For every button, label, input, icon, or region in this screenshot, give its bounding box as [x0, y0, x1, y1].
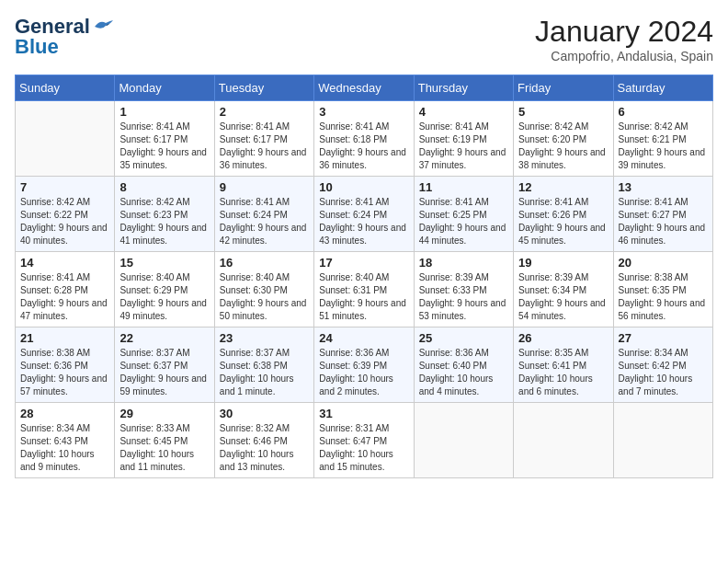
calendar-cell: 25Sunrise: 8:36 AMSunset: 6:40 PMDayligh… — [414, 327, 513, 403]
calendar-cell: 18Sunrise: 8:39 AMSunset: 6:33 PMDayligh… — [414, 252, 513, 327]
weekday-header-saturday: Saturday — [613, 75, 712, 101]
calendar-cell: 20Sunrise: 8:38 AMSunset: 6:35 PMDayligh… — [613, 252, 712, 327]
calendar-cell: 14Sunrise: 8:41 AMSunset: 6:28 PMDayligh… — [16, 252, 115, 327]
day-detail: Sunrise: 8:41 AMSunset: 6:17 PMDaylight:… — [119, 121, 209, 172]
calendar-cell: 3Sunrise: 8:41 AMSunset: 6:18 PMDaylight… — [314, 101, 414, 177]
day-number: 21 — [20, 331, 109, 345]
logo-blue-text: Blue — [15, 35, 59, 59]
day-detail: Sunrise: 8:31 AMSunset: 6:47 PMDaylight:… — [319, 422, 408, 474]
month-year-title: January 2024 — [535, 15, 713, 49]
day-detail: Sunrise: 8:40 AMSunset: 6:30 PMDaylight:… — [220, 271, 309, 323]
day-detail: Sunrise: 8:41 AMSunset: 6:24 PMDaylight:… — [220, 196, 309, 247]
weekday-header-thursday: Thursday — [414, 75, 513, 101]
calendar-cell: 15Sunrise: 8:40 AMSunset: 6:29 PMDayligh… — [115, 252, 214, 327]
calendar-cell: 31Sunrise: 8:31 AMSunset: 6:47 PMDayligh… — [314, 403, 414, 478]
title-block: January 2024 Campofrio, Andalusia, Spain — [535, 15, 713, 63]
calendar-cell: 5Sunrise: 8:42 AMSunset: 6:20 PMDaylight… — [514, 101, 613, 177]
calendar-cell: 26Sunrise: 8:35 AMSunset: 6:41 PMDayligh… — [514, 327, 613, 403]
day-detail: Sunrise: 8:37 AMSunset: 6:37 PMDaylight:… — [119, 347, 209, 398]
calendar-cell — [613, 403, 712, 478]
day-number: 31 — [319, 407, 408, 420]
day-number: 25 — [419, 331, 508, 345]
day-number: 9 — [220, 180, 309, 194]
day-number: 26 — [518, 331, 608, 345]
day-detail: Sunrise: 8:42 AMSunset: 6:23 PMDaylight:… — [119, 196, 209, 247]
day-number: 28 — [20, 407, 109, 420]
day-detail: Sunrise: 8:36 AMSunset: 6:40 PMDaylight:… — [419, 347, 508, 398]
calendar-cell: 28Sunrise: 8:34 AMSunset: 6:43 PMDayligh… — [16, 403, 115, 478]
calendar-cell: 11Sunrise: 8:41 AMSunset: 6:25 PMDayligh… — [414, 177, 513, 252]
day-detail: Sunrise: 8:41 AMSunset: 6:17 PMDaylight:… — [220, 121, 309, 172]
day-detail: Sunrise: 8:41 AMSunset: 6:25 PMDaylight:… — [419, 196, 508, 247]
day-number: 12 — [518, 180, 608, 194]
calendar-cell: 24Sunrise: 8:36 AMSunset: 6:39 PMDayligh… — [314, 327, 414, 403]
day-detail: Sunrise: 8:41 AMSunset: 6:26 PMDaylight:… — [518, 196, 608, 247]
calendar-cell: 27Sunrise: 8:34 AMSunset: 6:42 PMDayligh… — [613, 327, 712, 403]
calendar-week-row: 14Sunrise: 8:41 AMSunset: 6:28 PMDayligh… — [16, 252, 713, 327]
day-number: 5 — [518, 105, 608, 119]
calendar-cell: 10Sunrise: 8:41 AMSunset: 6:24 PMDayligh… — [314, 177, 414, 252]
day-number: 20 — [619, 256, 708, 270]
day-number: 13 — [619, 180, 708, 194]
calendar-cell: 22Sunrise: 8:37 AMSunset: 6:37 PMDayligh… — [115, 327, 214, 403]
day-detail: Sunrise: 8:35 AMSunset: 6:41 PMDaylight:… — [518, 347, 608, 398]
calendar-cell: 9Sunrise: 8:41 AMSunset: 6:24 PMDaylight… — [214, 177, 313, 252]
day-number: 24 — [319, 331, 408, 345]
day-number: 14 — [20, 256, 109, 270]
day-number: 1 — [119, 105, 209, 119]
calendar-week-row: 28Sunrise: 8:34 AMSunset: 6:43 PMDayligh… — [16, 403, 713, 478]
logo: General Blue — [15, 15, 113, 59]
day-number: 19 — [518, 256, 608, 270]
day-detail: Sunrise: 8:41 AMSunset: 6:24 PMDaylight:… — [319, 196, 408, 247]
weekday-header-tuesday: Tuesday — [214, 75, 313, 101]
day-number: 6 — [619, 105, 708, 119]
calendar-cell: 4Sunrise: 8:41 AMSunset: 6:19 PMDaylight… — [414, 101, 513, 177]
day-detail: Sunrise: 8:41 AMSunset: 6:19 PMDaylight:… — [419, 121, 508, 172]
calendar-cell: 12Sunrise: 8:41 AMSunset: 6:26 PMDayligh… — [514, 177, 613, 252]
day-detail: Sunrise: 8:41 AMSunset: 6:18 PMDaylight:… — [319, 121, 408, 172]
calendar-cell: 19Sunrise: 8:39 AMSunset: 6:34 PMDayligh… — [514, 252, 613, 327]
day-detail: Sunrise: 8:34 AMSunset: 6:43 PMDaylight:… — [20, 422, 109, 474]
calendar-cell: 29Sunrise: 8:33 AMSunset: 6:45 PMDayligh… — [115, 403, 214, 478]
day-number: 22 — [119, 331, 209, 345]
calendar-week-row: 21Sunrise: 8:38 AMSunset: 6:36 PMDayligh… — [16, 327, 713, 403]
logo-bird-icon — [93, 19, 113, 34]
calendar-week-row: 7Sunrise: 8:42 AMSunset: 6:22 PMDaylight… — [16, 177, 713, 252]
calendar-cell: 23Sunrise: 8:37 AMSunset: 6:38 PMDayligh… — [214, 327, 313, 403]
calendar-table: SundayMondayTuesdayWednesdayThursdayFrid… — [15, 75, 713, 478]
day-detail: Sunrise: 8:40 AMSunset: 6:31 PMDaylight:… — [319, 271, 408, 323]
day-detail: Sunrise: 8:39 AMSunset: 6:33 PMDaylight:… — [419, 271, 508, 323]
weekday-header-monday: Monday — [115, 75, 214, 101]
calendar-cell: 6Sunrise: 8:42 AMSunset: 6:21 PMDaylight… — [613, 101, 712, 177]
calendar-cell — [414, 403, 513, 478]
day-number: 17 — [319, 256, 408, 270]
day-detail: Sunrise: 8:39 AMSunset: 6:34 PMDaylight:… — [518, 271, 608, 323]
day-number: 4 — [419, 105, 508, 119]
day-number: 11 — [419, 180, 508, 194]
day-number: 16 — [220, 256, 309, 270]
day-detail: Sunrise: 8:41 AMSunset: 6:28 PMDaylight:… — [20, 271, 109, 323]
calendar-cell: 16Sunrise: 8:40 AMSunset: 6:30 PMDayligh… — [214, 252, 313, 327]
day-detail: Sunrise: 8:42 AMSunset: 6:20 PMDaylight:… — [518, 121, 608, 172]
day-detail: Sunrise: 8:32 AMSunset: 6:46 PMDaylight:… — [220, 422, 309, 474]
day-number: 15 — [119, 256, 209, 270]
calendar-cell — [514, 403, 613, 478]
page-header: General Blue January 2024 Campofrio, And… — [15, 15, 713, 63]
calendar-cell: 2Sunrise: 8:41 AMSunset: 6:17 PMDaylight… — [214, 101, 313, 177]
day-detail: Sunrise: 8:33 AMSunset: 6:45 PMDaylight:… — [119, 422, 209, 474]
calendar-cell: 30Sunrise: 8:32 AMSunset: 6:46 PMDayligh… — [214, 403, 313, 478]
day-number: 10 — [319, 180, 408, 194]
day-detail: Sunrise: 8:38 AMSunset: 6:36 PMDaylight:… — [20, 347, 109, 398]
calendar-cell — [16, 101, 115, 177]
weekday-header-wednesday: Wednesday — [314, 75, 414, 101]
calendar-cell: 21Sunrise: 8:38 AMSunset: 6:36 PMDayligh… — [16, 327, 115, 403]
calendar-cell: 1Sunrise: 8:41 AMSunset: 6:17 PMDaylight… — [115, 101, 214, 177]
calendar-week-row: 1Sunrise: 8:41 AMSunset: 6:17 PMDaylight… — [16, 101, 713, 177]
calendar-cell: 8Sunrise: 8:42 AMSunset: 6:23 PMDaylight… — [115, 177, 214, 252]
weekday-header-row: SundayMondayTuesdayWednesdayThursdayFrid… — [16, 75, 713, 101]
calendar-cell: 13Sunrise: 8:41 AMSunset: 6:27 PMDayligh… — [613, 177, 712, 252]
weekday-header-sunday: Sunday — [16, 75, 115, 101]
location-subtitle: Campofrio, Andalusia, Spain — [535, 49, 713, 63]
day-number: 2 — [220, 105, 309, 119]
day-detail: Sunrise: 8:37 AMSunset: 6:38 PMDaylight:… — [220, 347, 309, 398]
